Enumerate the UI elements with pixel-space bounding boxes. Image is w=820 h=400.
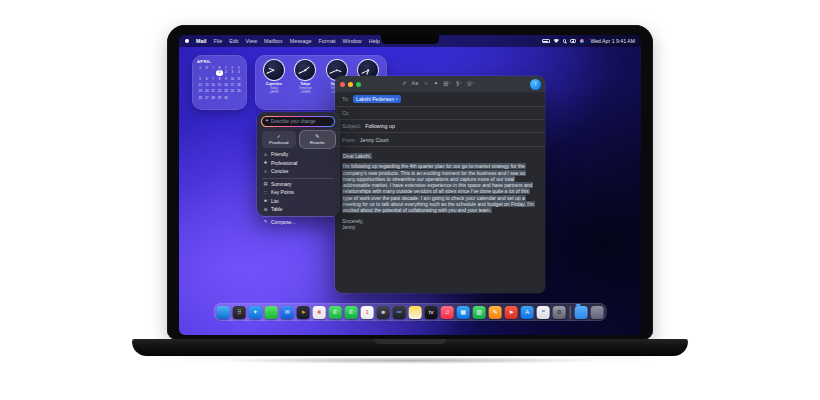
dock-app-reminders[interactable]: ≔ <box>393 306 406 319</box>
dock-app-notes[interactable] <box>409 306 422 319</box>
from-value: Jenny Court <box>360 137 389 143</box>
dock-app-numbers[interactable]: ▥ <box>473 306 486 319</box>
transform-option-key-points[interactable]: ∷Key Points <box>261 188 335 197</box>
concise-label: Concise <box>271 169 288 174</box>
dock-app-messages[interactable] <box>265 306 278 319</box>
recipient-name: Lakshi Pedersen <box>356 96 394 102</box>
dock-app-books[interactable]: ❝ <box>537 306 550 319</box>
dock-app-pages[interactable]: ✎ <box>489 306 502 319</box>
send-button[interactable]: ↑ <box>530 79 541 90</box>
transform-option-list[interactable]: ≣List <box>261 197 335 206</box>
dock-app-safari[interactable]: ✦ <box>249 306 262 319</box>
proofread-label: Proofread <box>269 140 288 145</box>
dock-app-phone[interactable]: ✆ <box>345 306 358 319</box>
dock-app-facetime[interactable]: ✆ <box>329 306 342 319</box>
subject-label: Subject: <box>342 123 361 129</box>
rewrite-button[interactable]: ✎Rewrite <box>300 131 335 148</box>
describe-change-placeholder: Describe your change <box>271 119 316 124</box>
tone-option-friendly[interactable]: ☺Friendly <box>261 151 335 160</box>
dock-app-tv[interactable]: tv <box>425 306 438 319</box>
menu-item-message[interactable]: Message <box>290 38 312 44</box>
calendar-day[interactable]: 4 <box>236 70 242 76</box>
calendar-day[interactable]: 18 <box>236 83 242 89</box>
list-label: List <box>271 199 278 204</box>
dock-app-keynote[interactable]: ▦ <box>457 306 470 319</box>
clock-offset-label: +0HRS <box>269 90 278 94</box>
compose-menu-item[interactable]: ✎ Compose… <box>261 218 335 227</box>
dock-app-finder[interactable] <box>217 306 230 319</box>
transform-option-summary[interactable]: ▤Summary <box>261 180 335 189</box>
calendar-day[interactable] <box>236 96 242 102</box>
dock-app-mail[interactable]: ✉ <box>281 306 294 319</box>
siri-icon[interactable] <box>580 39 585 44</box>
recipient-token[interactable]: Lakshi Pedersen ∨ <box>353 95 401 103</box>
menu-item-help[interactable]: Help <box>369 38 380 44</box>
tone-option-professional[interactable]: ❖Professional <box>261 159 335 168</box>
attachment-icon[interactable]: §∨ <box>456 81 462 86</box>
minimize-button[interactable] <box>348 82 353 87</box>
dock-app-app-store[interactable]: A <box>521 306 534 319</box>
menu-item-view[interactable]: View <box>245 38 257 44</box>
summary-label: Summary <box>271 182 292 187</box>
tone-option-concise[interactable]: ≡Concise <box>261 168 335 177</box>
menu-item-mail[interactable]: Mail <box>196 38 206 44</box>
dock-app-music[interactable]: ♫ <box>441 306 454 319</box>
scribble-icon[interactable]: ✐ <box>402 81 407 86</box>
proofread-button[interactable]: ✓Proofread <box>262 131 297 148</box>
dock-app-contacts[interactable]: ☻ <box>377 306 390 319</box>
control-center-icon[interactable] <box>570 39 576 43</box>
format-text-icon[interactable]: Aa <box>412 81 419 86</box>
menu-item-file[interactable]: File <box>213 38 222 44</box>
subject-field[interactable]: Subject: Following up <box>335 120 545 133</box>
apple-menu-icon[interactable] <box>185 39 189 44</box>
menu-clock[interactable]: Wed Apr 1 9:41 AM <box>590 38 635 44</box>
markup-icon[interactable]: ◎∨ <box>467 81 475 86</box>
divider <box>262 178 334 179</box>
camera-notch <box>381 35 439 44</box>
calendar-day[interactable]: 11 <box>236 77 242 83</box>
clock-face <box>295 60 315 80</box>
proofread-icon: ✓ <box>277 134 281 139</box>
body-closing: Sincerely, <box>342 218 364 224</box>
dock-app-launchpad[interactable]: ⠿ <box>233 306 246 319</box>
dock-app-rocket[interactable]: ➤ <box>505 306 518 319</box>
battery-icon[interactable] <box>542 39 550 43</box>
to-field[interactable]: To: Lakshi Pedersen ∨ <box>335 92 545 107</box>
transform-option-table[interactable]: ⊞Table <box>261 206 335 215</box>
wifi-icon[interactable] <box>554 39 560 43</box>
from-field[interactable]: From: Jenny Court <box>335 133 545 147</box>
rewrite-label: Rewrite <box>310 140 325 145</box>
compose-menu-label: Compose… <box>271 220 296 225</box>
calendar-widget[interactable]: APRIL SMTWTFS123456789101112131415161718… <box>192 55 247 110</box>
close-button[interactable] <box>340 82 345 87</box>
world-clock-cupertino[interactable]: CupertinoToday+0HRS <box>260 60 288 94</box>
cc-field[interactable]: Cc: <box>335 107 545 120</box>
message-body[interactable]: Dear Lakshi, I'm following up regarding … <box>335 147 545 236</box>
calendar-day[interactable]: 25 <box>236 89 242 95</box>
menu-item-mailbox[interactable]: Mailbox <box>264 38 283 44</box>
chevron-down-icon: ∨ <box>472 82 474 85</box>
menu-item-window[interactable]: Window <box>343 38 362 44</box>
laptop-screen: MailFileEditViewMailboxMessageFormatWind… <box>179 35 641 335</box>
calendar-month-label: APRIL <box>197 59 242 64</box>
world-clock-tokyo[interactable]: TokyoTomorrow+16HRS <box>291 60 319 94</box>
dock-app-photos[interactable]: ❀ <box>313 306 326 319</box>
dock-app-trash[interactable] <box>590 306 603 319</box>
chevron-down-icon: ∨ <box>396 97 398 101</box>
emoji-icon[interactable]: ☺ <box>423 81 429 86</box>
menu-item-format[interactable]: Format <box>319 38 336 44</box>
menu-item-edit[interactable]: Edit <box>229 38 238 44</box>
dock-app-downloads-folder[interactable] <box>574 306 587 319</box>
calendar-grid: SMTWTFS123456789101112131415161718192021… <box>197 66 242 102</box>
dock-app-calendar[interactable]: 1 <box>361 306 374 319</box>
laptop-shadow <box>150 356 670 365</box>
writing-tools-icon[interactable]: ✦ <box>434 81 439 86</box>
compose-toolbar: ✐Aa☺✦▤∨§∨◎∨ <box>402 81 475 86</box>
dock-app-maps[interactable]: ➤ <box>297 306 310 319</box>
search-icon[interactable] <box>563 39 566 42</box>
photo-browser-icon[interactable]: ▤∨ <box>443 81 451 86</box>
describe-change-input[interactable]: ✦ Describe your change <box>262 117 334 126</box>
dock-app-settings[interactable]: ⚙ <box>553 306 566 319</box>
zoom-button[interactable] <box>356 82 361 87</box>
subject-value: Following up <box>365 123 395 129</box>
